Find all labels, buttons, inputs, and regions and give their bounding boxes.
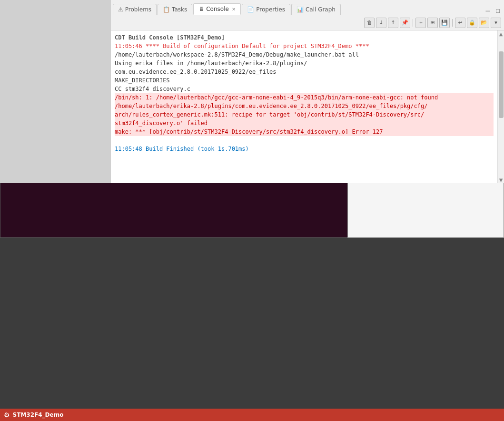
tab-callgraph-label: Call Graph: [306, 6, 336, 13]
tab-console[interactable]: 🖥 Console ✕: [193, 3, 241, 15]
console-body: CDT Build Console [STM32F4_Demo] 11:05:4…: [111, 30, 504, 183]
console-line-10: stm32f4_discovery.o' failed: [115, 119, 494, 127]
console-newconsole-btn[interactable]: ＋: [415, 18, 426, 28]
tab-tasks[interactable]: 📋 Tasks: [158, 4, 192, 15]
console-tab-close[interactable]: ✕: [232, 7, 236, 12]
tasks-icon: 📋: [163, 6, 170, 13]
tab-console-label: Console: [206, 6, 229, 12]
console-scroll-lock-btn[interactable]: 🔒: [467, 18, 477, 28]
tab-tasks-label: Tasks: [172, 6, 187, 13]
console-saveas-btn[interactable]: 💾: [439, 18, 450, 28]
properties-icon: 📄: [247, 6, 254, 13]
console-line-1: 11:05:46 **** Build of configuration Def…: [115, 42, 494, 50]
scrollbar-up-btn[interactable]: ▲: [499, 30, 503, 37]
tab-properties[interactable]: 📄 Properties: [242, 4, 290, 15]
console-clear-btn[interactable]: 🗑: [364, 18, 375, 28]
console-panel-controls: ─ □: [484, 6, 502, 15]
statusbar-icon: ⚙: [4, 411, 10, 419]
statusbar-project-name: STM32F4_Demo: [13, 411, 64, 418]
problems-icon: ⚠: [118, 6, 123, 13]
console-line-13: 11:05:48 Build Finished (took 1s.701ms): [115, 145, 494, 153]
console-minimize-btn[interactable]: ─: [484, 6, 492, 15]
console-header: CDT Build Console [STM32F4_Demo]: [115, 33, 494, 42]
console-line-12: [115, 136, 494, 145]
tab-problems-label: Problems: [125, 6, 151, 13]
bottom-console-panel: ⚠ Problems 📋 Tasks 🖥 Console ✕ 📄 Propert…: [111, 0, 504, 183]
console-wordwrap-btn[interactable]: ↩: [455, 18, 465, 28]
console-line-3: Using erika files in /home/lauterbach/er…: [115, 59, 494, 68]
tab-properties-label: Properties: [256, 6, 285, 13]
console-tabs: ⚠ Problems 📋 Tasks 🖥 Console ✕ 📄 Propert…: [111, 0, 504, 15]
console-down-btn[interactable]: ↓: [376, 18, 386, 28]
console-more-btn[interactable]: ▾: [491, 18, 501, 28]
console-line-4: com.eu.evidence.ee_2.8.0.20171025_0922/e…: [115, 68, 494, 76]
console-copy-btn[interactable]: ⊞: [427, 18, 438, 28]
scrollbar-thumb[interactable]: [499, 51, 504, 118]
console-open-btn[interactable]: 📂: [479, 18, 489, 28]
callgraph-icon: 📊: [296, 6, 304, 13]
console-line-5: MAKE_DIRECTORIES: [115, 76, 494, 85]
console-line-9: arch/rules_cortex_generic.mk:511: recipe…: [115, 110, 494, 119]
console-pin-btn[interactable]: 📌: [400, 18, 410, 28]
console-line-11: make: *** [obj/contrib/st/STM32F4-Discov…: [115, 127, 494, 136]
console-header-text: CDT Build Console [STM32F4_Demo]: [115, 34, 225, 41]
tab-callgraph[interactable]: 📊 Call Graph: [291, 4, 341, 15]
console-toolbar: 🗑 ↓ ↑ 📌 ＋ ⊞ 💾 ↩ 🔒 📂 ▾: [111, 15, 504, 30]
console-line-8: /home/lauterbach/erika-2.8/plugins/com.e…: [115, 102, 494, 110]
tab-problems[interactable]: ⚠ Problems: [113, 4, 157, 15]
toolbar-separator-2: [452, 19, 453, 27]
console-content[interactable]: CDT Build Console [STM32F4_Demo] 11:05:4…: [111, 30, 497, 183]
console-scrollbar[interactable]: ▲ ▼: [497, 30, 504, 183]
console-line-7: /bin/sh: 1: /home/lauterbach/gcc/gcc-arm…: [115, 93, 494, 102]
console-line-2: /home/lauterbach/workspace-2.8/STM32F4_D…: [115, 50, 494, 59]
console-icon: 🖥: [198, 6, 204, 12]
scrollbar-track[interactable]: [498, 37, 504, 176]
console-maximize-btn[interactable]: □: [494, 6, 502, 15]
toolbar-separator-1: [413, 19, 413, 27]
scrollbar-down-btn[interactable]: ▼: [499, 176, 503, 183]
statusbar: ⚙ STM32F4_Demo: [0, 409, 504, 421]
console-line-6: CC stm32f4_discovery.c: [115, 85, 494, 93]
bottom-left-panel: [0, 0, 111, 183]
console-up-btn[interactable]: ↑: [388, 18, 398, 28]
